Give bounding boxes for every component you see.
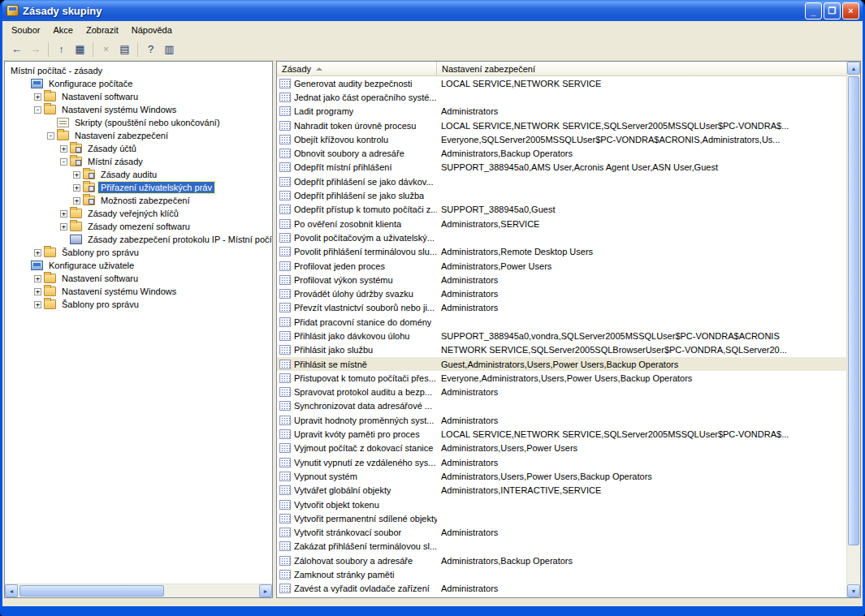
tree-item[interactable]: -Nastavení zabezpečení bbox=[5, 129, 272, 142]
list-row[interactable]: Převzít vlastnictví souborů nebo ji...Ad… bbox=[277, 301, 846, 315]
expand-plus-icon[interactable]: + bbox=[34, 301, 41, 308]
scroll-right-button[interactable]: ► bbox=[259, 584, 272, 597]
expand-plus-icon[interactable]: + bbox=[34, 275, 41, 282]
properties-button[interactable]: ▤ bbox=[115, 41, 134, 58]
tree-item[interactable]: +Možnosti zabezpečení bbox=[5, 194, 272, 207]
list-row[interactable]: Odepřít přístup k tomuto počítači z...SU… bbox=[277, 203, 846, 217]
up-one-level-button[interactable]: ↑ bbox=[52, 41, 71, 58]
list-row[interactable]: Odepřít místní přihlášeníSUPPORT_388945a… bbox=[277, 161, 846, 174]
tree-item[interactable]: +Zásady omezení softwaru bbox=[5, 220, 272, 233]
collapse-minus-icon[interactable]: - bbox=[47, 132, 54, 140]
show-hide-tree-button[interactable]: ▦ bbox=[71, 41, 89, 58]
column-header-policies[interactable]: Zásady bbox=[277, 62, 437, 75]
policy-cell: Upravit kvóty paměti pro proces bbox=[277, 429, 437, 439]
list-row[interactable]: Ladit programyAdministrators bbox=[277, 105, 846, 118]
vertical-scrollbar-thumb[interactable] bbox=[848, 76, 859, 545]
list-row[interactable]: Po ověření zosobnit klientaAdministrator… bbox=[277, 217, 846, 230]
minimize-button[interactable]: _ bbox=[805, 2, 822, 19]
expand-plus-icon[interactable]: + bbox=[73, 197, 80, 205]
tree-item[interactable]: +Nastavení systému Windows bbox=[5, 285, 272, 298]
expand-plus-icon[interactable]: + bbox=[34, 288, 41, 295]
list-row[interactable]: Vyjmout počítač z dokovací staniceAdmini… bbox=[277, 442, 846, 455]
column-header-security-setting[interactable]: Nastavení zabezpečení bbox=[437, 62, 846, 75]
list-row[interactable]: Obnovit soubory a adresářeAdministrators… bbox=[277, 146, 846, 160]
scroll-left-button[interactable]: ◄ bbox=[5, 584, 18, 597]
tree-item[interactable]: Konfigurace počítače bbox=[5, 77, 272, 90]
expand-plus-icon[interactable]: + bbox=[60, 145, 67, 153]
list-row[interactable]: Povolit počítačovým a uživatelský... bbox=[277, 230, 846, 244]
list-row[interactable]: Přistupovat k tomuto počítači přes...Eve… bbox=[277, 371, 846, 385]
menu-item[interactable]: Nápověda bbox=[125, 23, 179, 37]
tree-item[interactable]: Místní počítač - zásady bbox=[5, 64, 272, 77]
horizontal-scrollbar-thumb[interactable] bbox=[19, 585, 164, 597]
help-button[interactable]: ? bbox=[141, 41, 160, 58]
list-row[interactable]: Provádět úlohy údržby svazkuAdministrato… bbox=[277, 286, 846, 300]
list-row[interactable]: Přihlásit se místněGuest,Administrators,… bbox=[277, 357, 846, 371]
tree-item[interactable]: +Zásady účtů bbox=[5, 142, 272, 155]
horizontal-scrollbar-track[interactable] bbox=[18, 584, 259, 597]
expand-plus-icon[interactable]: + bbox=[34, 249, 41, 256]
scroll-up-button[interactable]: ▲ bbox=[847, 62, 860, 75]
tree-item[interactable]: -Místní zásady bbox=[5, 155, 272, 168]
list-row[interactable]: Nahradit token úrovně procesuLOCAL SERVI… bbox=[277, 118, 846, 132]
tree-item[interactable]: Skripty (spouštění nebo ukončování) bbox=[5, 116, 272, 129]
list-row[interactable]: Přidat pracovní stanice do domény bbox=[277, 315, 846, 329]
maximize-restore-button[interactable]: ❐ bbox=[824, 2, 841, 19]
list-row[interactable]: Spravovat protokol auditu a bezp...Admin… bbox=[277, 386, 846, 399]
tree-item[interactable]: +Nastavení softwaru bbox=[5, 272, 272, 285]
list-row[interactable]: Vytvořit permanentní sdílené objekty bbox=[277, 511, 846, 525]
list-row[interactable]: Synchronizovat data adresářové ... bbox=[277, 399, 846, 413]
menu-item[interactable]: Akce bbox=[46, 23, 79, 37]
list-row[interactable]: Povolit přihlášení terminálovou slu...Ad… bbox=[277, 245, 846, 259]
titlebar[interactable]: Zásady skupiny _ ❐ × bbox=[2, 0, 863, 21]
list-row[interactable]: Vynutit vypnutí ze vzdáleného sys...Admi… bbox=[277, 455, 846, 469]
expand-plus-icon[interactable]: + bbox=[60, 210, 67, 218]
list-row[interactable]: Přihlásit jako dávkovou úlohuSUPPORT_388… bbox=[277, 329, 846, 342]
vertical-scrollbar-track[interactable] bbox=[847, 75, 860, 584]
menu-item[interactable]: Soubor bbox=[5, 23, 46, 37]
list-row[interactable]: Vytvořit stránkovací souborAdministrator… bbox=[277, 526, 846, 540]
tree-item[interactable]: +Přiřazení uživatelských práv bbox=[5, 181, 272, 194]
expand-plus-icon[interactable]: + bbox=[34, 93, 41, 101]
collapse-minus-icon[interactable]: - bbox=[34, 106, 41, 114]
list-row[interactable]: Odepřít přihlášení se jako služba bbox=[277, 188, 846, 202]
list-row[interactable]: Zakázat přihlášení terminálovou sl... bbox=[277, 540, 846, 554]
list-vertical-scrollbar[interactable]: ▲ ▼ bbox=[846, 62, 860, 597]
tree-item[interactable]: -Nastavení systému Windows bbox=[5, 103, 272, 116]
list-row[interactable]: Zálohovat soubory a adresářeAdministrato… bbox=[277, 554, 846, 567]
tree-item[interactable]: +Nastavení softwaru bbox=[5, 90, 272, 103]
expand-plus-icon[interactable]: + bbox=[73, 171, 80, 179]
list-row[interactable]: Přihlásit jako službuNETWORK SERVICE,SQL… bbox=[277, 343, 846, 357]
list-row[interactable]: Odepřít přihlášení se jako dávkov... bbox=[277, 174, 846, 188]
expand-plus-icon[interactable]: + bbox=[60, 223, 67, 230]
policy-name: Upravit kvóty paměti pro proces bbox=[294, 429, 420, 439]
list-row[interactable]: Upravit hodnoty proměnných syst...Admini… bbox=[277, 413, 846, 427]
tree-item[interactable]: +Zásady veřejných klíčů bbox=[5, 207, 272, 220]
list-row[interactable]: Profilovat jeden procesAdministrators,Po… bbox=[277, 259, 846, 273]
collapse-minus-icon[interactable]: - bbox=[60, 158, 67, 166]
list-row[interactable]: Upravit kvóty paměti pro procesLOCAL SER… bbox=[277, 427, 846, 441]
list-row[interactable]: Jednat jako část operačního systé... bbox=[277, 90, 846, 104]
list-row[interactable]: Vypnout systémAdministrators,Users,Power… bbox=[277, 469, 846, 483]
scroll-down-button[interactable]: ▼ bbox=[847, 584, 860, 597]
menu-item[interactable]: Zobrazit bbox=[80, 23, 125, 37]
list-row[interactable]: Generovat audity bezpečnostiLOCAL SERVIC… bbox=[277, 76, 846, 90]
list-row[interactable]: Vytvářet globální objektyAdministrators,… bbox=[277, 484, 846, 498]
list-row[interactable]: Vytvořit objekt tokenu bbox=[277, 498, 846, 511]
expand-plus-icon[interactable]: + bbox=[73, 184, 80, 192]
policy-name: Upravit hodnoty proměnných syst... bbox=[294, 416, 434, 425]
back-button[interactable]: ← bbox=[7, 41, 26, 58]
tree-item[interactable]: Zásady zabezpečení protokolu IP - Místní… bbox=[5, 233, 272, 246]
tree-item[interactable]: +Šablony pro správu bbox=[5, 246, 272, 259]
export-list-button[interactable]: ▥ bbox=[160, 41, 179, 58]
tree-item[interactable]: Konfigurace uživatele bbox=[5, 259, 272, 272]
tree-horizontal-scrollbar[interactable]: ◄ ► bbox=[5, 584, 272, 597]
policy-name: Zakázat přihlášení terminálovou sl... bbox=[294, 541, 437, 551]
tree-item[interactable]: +Šablony pro správu bbox=[5, 298, 272, 311]
list-row[interactable]: Zamknout stránky paměti bbox=[277, 567, 846, 581]
list-row[interactable]: Profilovat výkon systémuAdministrators bbox=[277, 273, 846, 286]
list-row[interactable]: Obejít křížovou kontroluEveryone,SQLServ… bbox=[277, 132, 846, 146]
list-row[interactable]: Zavést a vyřadit ovladače zařízeníAdmini… bbox=[277, 582, 846, 596]
tree-item[interactable]: +Zásady auditu bbox=[5, 168, 272, 181]
close-button[interactable]: × bbox=[842, 2, 859, 19]
